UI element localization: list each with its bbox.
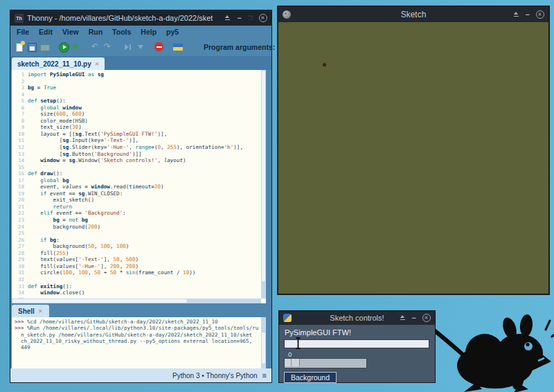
- code-line: 21 return: [12, 204, 261, 211]
- sketch-window-title: Sketch: [278, 7, 548, 22]
- toolbar: Program arguments: ▼: [10, 38, 271, 56]
- code-line: 31 circle(100, 100, 50 + 50 * sin(frame_…: [12, 269, 261, 276]
- shade-button[interactable]: [224, 15, 231, 21]
- code-line: 12 [sg.Slider(key='-Hue-', range=(0, 255…: [12, 144, 261, 151]
- code-line: 26 if bg:: [12, 237, 261, 244]
- slider-value: 0: [288, 350, 292, 358]
- shell-vertical-scrollbar[interactable]: [261, 317, 266, 368]
- tab-close-icon[interactable]: ✕: [95, 61, 100, 67]
- tab-shell[interactable]: Shell ✕: [12, 305, 49, 317]
- code-line: 1import PySimpleGUI as sg: [12, 71, 261, 78]
- shell-tab-label: Shell: [18, 308, 35, 315]
- code-line: 18 event, values = window.read(timeout=2…: [12, 184, 261, 190]
- ukraine-flag-icon[interactable]: [173, 42, 184, 53]
- code-line: 30 fill(values['-Hue-'], 200, 200): [12, 263, 261, 270]
- shell-tab-close-icon[interactable]: ✕: [38, 308, 43, 314]
- thonny-titlebar[interactable]: Th Thonny - /home/villares/GitHub/sketch…: [10, 10, 271, 26]
- thonny-window-title: Thonny - /home/villares/GitHub/sketch-a-…: [27, 14, 213, 22]
- code-line: 16def draw():: [12, 170, 261, 177]
- slider-handle[interactable]: [285, 359, 300, 366]
- sketch-shade-button[interactable]: [513, 12, 519, 18]
- code-line: 32: [12, 276, 261, 283]
- shell-line: n_sketch.py /home/villares/GitHub/sketch…: [15, 332, 261, 338]
- code-line: 11 [sg.Input(key='-Text-')],: [12, 137, 261, 144]
- python-app-icon: [283, 314, 292, 322]
- hamburger-menu-icon[interactable]: ≡: [262, 371, 267, 380]
- code-line: 33def exiting():: [12, 283, 261, 290]
- sketch-controls-window: Sketch controls! − PySimpleGUI FTW! 0 Ba…: [278, 310, 436, 383]
- code-line: 4: [12, 91, 261, 98]
- code-editor[interactable]: 1import PySimpleGUI as sg23bg = True45de…: [12, 70, 266, 303]
- sketch-titlebar[interactable]: Sketch −: [278, 7, 548, 22]
- mouse-silhouette: [416, 310, 554, 392]
- desktop: Th Thonny - /home/villares/GitHub/sketch…: [0, 0, 554, 392]
- code-line: 9 text_size(30): [12, 124, 261, 131]
- controls-close-button[interactable]: [422, 314, 431, 322]
- code-line: 28 fill(255): [12, 250, 261, 257]
- editor-horizontal-scrollbar[interactable]: [12, 299, 261, 303]
- menu-run[interactable]: Run: [84, 26, 107, 37]
- shell-pane[interactable]: >>> %cd /home/villares/GitHub/sketch-a-d…: [12, 317, 266, 368]
- new-file-icon[interactable]: [15, 42, 25, 53]
- text-input[interactable]: [284, 339, 429, 348]
- shell-line: >>> %cd /home/villares/GitHub/sketch-a-d…: [15, 319, 261, 325]
- sketch-minimize-button[interactable]: −: [526, 12, 530, 18]
- minimize-button[interactable]: −: [237, 15, 241, 21]
- controls-body: PySimpleGUI FTW! 0 Background: [279, 325, 435, 384]
- code-line: 22 elif event == 'Background':: [12, 210, 261, 217]
- editor-vertical-scrollbar[interactable]: [261, 70, 266, 299]
- code-line: 5def setup():: [12, 98, 261, 105]
- code-line: 8 color_mode(HSB): [12, 118, 261, 125]
- step-into-icon[interactable]: [135, 42, 145, 53]
- maximize-button[interactable]: ❐: [248, 15, 253, 21]
- shell-line: >>> %Run /home/villares/.local/lib/pytho…: [15, 325, 261, 331]
- controls-titlebar[interactable]: Sketch controls! −: [279, 311, 435, 325]
- code-line: 27 background(50, 100, 100): [12, 243, 261, 250]
- undo-icon[interactable]: [91, 42, 101, 53]
- code-line: 17 global bg: [12, 177, 261, 184]
- editor-tab-bar: sketch_2022_11_10.py ✕: [10, 56, 271, 70]
- code-line: 2: [12, 78, 261, 85]
- code-line: 29 text(values['-Text-'], 50, 500): [12, 256, 261, 263]
- code-line: 10 layout = [[sg.Text('PySimpleGUI FTW!'…: [12, 131, 261, 138]
- save-icon[interactable]: [27, 42, 37, 53]
- code-line: 7 size(600, 600): [12, 111, 261, 118]
- step-over-icon[interactable]: [123, 42, 133, 53]
- code-line: 19 if event == sg.WIN_CLOSED:: [12, 190, 261, 197]
- status-bar: Python 3 • Thonny's Python ≡: [10, 368, 271, 382]
- sketch-window: Sketch −: [277, 6, 550, 295]
- code-line: 6 global window: [12, 105, 261, 112]
- sketch-canvas: [278, 22, 548, 294]
- sketch-circle-shape: [323, 63, 326, 66]
- menu-py5[interactable]: py5: [161, 26, 184, 37]
- controls-minimize-button[interactable]: −: [412, 315, 416, 321]
- menu-file[interactable]: File: [12, 26, 34, 37]
- ibeam-cursor: [294, 337, 302, 350]
- debug-icon[interactable]: [71, 42, 82, 53]
- open-folder-icon[interactable]: [39, 42, 50, 53]
- menu-tools[interactable]: Tools: [107, 26, 136, 37]
- shell-line: 449: [15, 344, 261, 350]
- program-arguments-label: Program arguments:: [204, 43, 275, 51]
- menu-help[interactable]: Help: [136, 26, 161, 37]
- menu-edit[interactable]: Edit: [34, 26, 57, 37]
- tab-sketch-file[interactable]: sketch_2022_11_10.py ✕: [12, 57, 105, 70]
- thonny-app-icon: Th: [15, 14, 24, 23]
- close-button[interactable]: [259, 14, 267, 22]
- mouse-whiskers: [546, 321, 554, 337]
- code-line: 15: [12, 164, 261, 171]
- sketch-close-button[interactable]: [536, 10, 544, 19]
- thonny-window: Th Thonny - /home/villares/GitHub/sketch…: [10, 10, 272, 383]
- stop-icon[interactable]: [154, 42, 165, 53]
- interpreter-status[interactable]: Python 3 • Thonny's Python: [172, 372, 258, 380]
- code-line: 23 bg = not bg: [12, 217, 261, 224]
- hue-slider[interactable]: [284, 358, 367, 368]
- run-icon[interactable]: [59, 42, 69, 53]
- shell-line: ch_2022_11_10_risky_without_thread.py --…: [15, 338, 261, 344]
- redo-icon[interactable]: [103, 42, 114, 53]
- code-line: 14 window = sg.Window('Sketch controls!'…: [12, 157, 261, 164]
- pysimplegui-label: PySimpleGUI FTW!: [285, 328, 351, 337]
- menu-view[interactable]: View: [57, 26, 84, 37]
- controls-shade-button[interactable]: [400, 315, 406, 321]
- background-button[interactable]: Background: [284, 372, 337, 383]
